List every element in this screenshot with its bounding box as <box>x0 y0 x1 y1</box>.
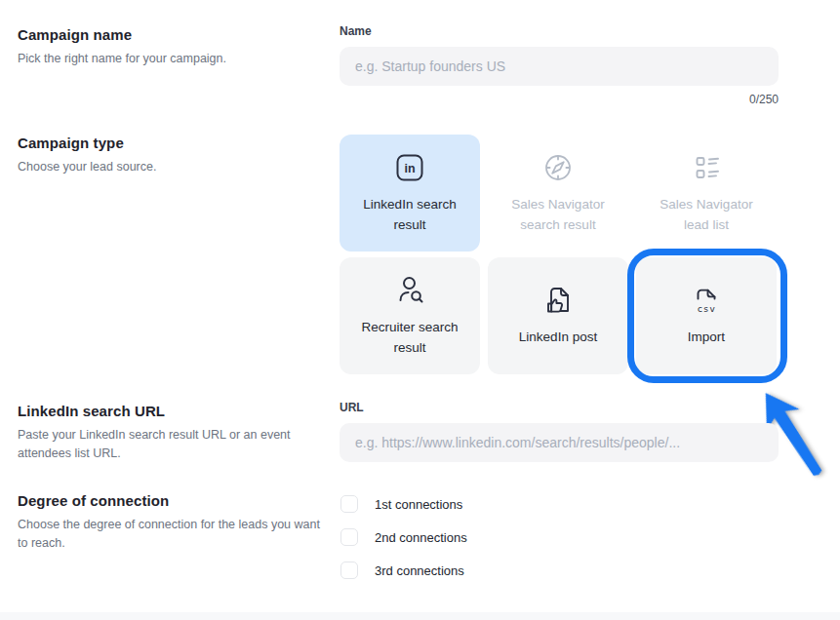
tile-label: Recruiter search result <box>353 318 466 359</box>
tile-label: LinkedIn post <box>519 328 597 348</box>
section-degree-of-connection: Degree of connection Choose the degree o… <box>18 492 325 553</box>
footer-strip <box>0 612 840 620</box>
checkbox-label: 2nd connections <box>375 530 467 545</box>
compass-icon <box>541 151 575 184</box>
section-title: Campaign name <box>18 26 325 43</box>
checkbox-2nd-connections[interactable]: 2nd connections <box>340 528 467 546</box>
tile-import[interactable]: csv Import <box>636 257 777 374</box>
checkbox-icon[interactable] <box>340 528 358 546</box>
tile-recruiter-search-result[interactable]: Recruiter search result <box>340 257 480 374</box>
csv-file-icon: csv <box>690 284 723 317</box>
linkedin-icon: in <box>393 151 426 184</box>
lead-list-icon <box>690 151 723 184</box>
tile-label: Import <box>688 328 725 348</box>
svg-text:in: in <box>404 161 415 174</box>
section-description: Pick the right name for your campaign. <box>18 50 325 68</box>
section-linkedin-search-url: LinkedIn search URL Paste your LinkedIn … <box>18 403 325 463</box>
tile-linkedin-post[interactable]: LinkedIn post <box>488 257 628 374</box>
section-title: Degree of connection <box>18 492 325 509</box>
section-description: Paste your LinkedIn search result URL or… <box>18 426 325 463</box>
char-counter: 0/250 <box>340 93 779 106</box>
checkbox-icon[interactable] <box>340 495 358 513</box>
connection-degree-options: 1st connections 2nd connections 3rd conn… <box>340 495 467 595</box>
section-campaign-type: Campaign type Choose your lead source. <box>18 135 325 176</box>
tile-label: Sales Navigator search result <box>501 195 615 236</box>
url-field-label: URL <box>340 401 779 414</box>
section-title: LinkedIn search URL <box>18 403 325 419</box>
checkbox-3rd-connections[interactable]: 3rd connections <box>340 562 467 579</box>
campaign-setup-page: Campaign name Pick the right name for yo… <box>0 0 840 620</box>
checkbox-label: 3rd connections <box>375 563 464 578</box>
section-description: Choose the degree of connection for the … <box>18 516 325 553</box>
campaign-type-grid: in LinkedIn search result Sales Navigato… <box>340 135 777 374</box>
checkbox-icon[interactable] <box>340 562 358 579</box>
checkbox-label: 1st connections <box>375 497 462 512</box>
person-search-icon <box>393 274 426 307</box>
tile-sales-navigator-lead-list[interactable]: Sales Navigator lead list <box>636 135 777 252</box>
svg-text:csv: csv <box>698 303 716 314</box>
linkedin-url-field-group: URL <box>340 401 779 462</box>
tile-linkedin-search-result[interactable]: in LinkedIn search result <box>340 135 480 252</box>
tile-sales-navigator-search-result[interactable]: Sales Navigator search result <box>488 135 628 252</box>
checkbox-1st-connections[interactable]: 1st connections <box>340 495 467 513</box>
tile-label: Sales Navigator lead list <box>650 195 763 236</box>
linkedin-url-input[interactable] <box>340 423 779 462</box>
section-description: Choose your lead source. <box>18 158 325 176</box>
campaign-name-field-group: Name 0/250 <box>340 24 779 106</box>
section-title: Campaign type <box>18 135 325 151</box>
post-thumbs-up-icon <box>541 284 575 317</box>
section-campaign-name: Campaign name Pick the right name for yo… <box>18 26 325 68</box>
campaign-name-input[interactable] <box>340 47 779 86</box>
tile-label: LinkedIn search result <box>353 195 466 236</box>
name-field-label: Name <box>340 24 779 38</box>
